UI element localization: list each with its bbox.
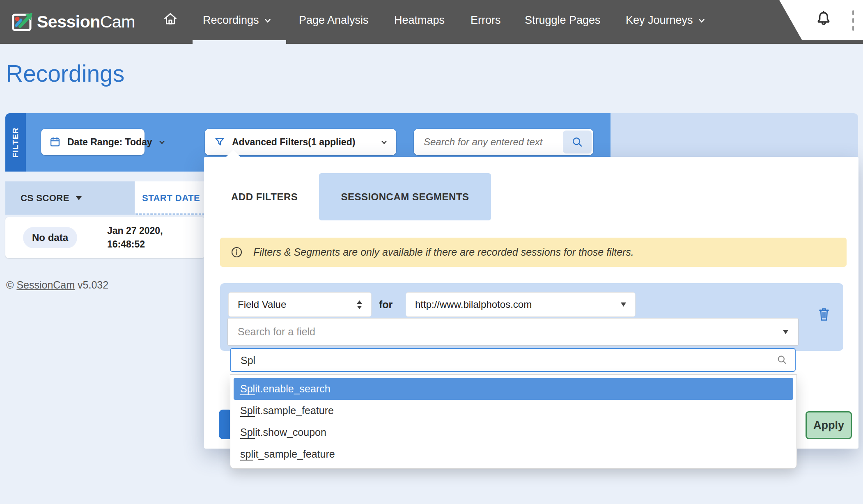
footer-copyright: © SessionCam v5.032 — [6, 279, 108, 291]
field-search-combobox[interactable]: Search for a field — [227, 318, 799, 346]
nav-item-heatmaps[interactable]: Heatmaps — [394, 0, 445, 41]
filter-bar-light-section — [611, 113, 858, 157]
start-date-cell: Jan 27 2020, 16:48:52 — [107, 224, 163, 251]
sessioncam-logo-icon — [11, 10, 34, 33]
text-search-group — [414, 129, 593, 155]
tab-sessioncam-segments[interactable]: SESSIONCAM SEGMENTS — [319, 173, 491, 220]
date-range-button[interactable]: Date Range: Today — [41, 129, 145, 155]
version-label: v5.032 — [78, 279, 108, 291]
search-input[interactable] — [416, 131, 563, 153]
for-label: for — [379, 292, 392, 317]
field-type-select[interactable]: Field Value — [228, 292, 372, 317]
field-option[interactable]: split_sample_feature — [234, 443, 793, 465]
nav-item-recordings[interactable]: Recordings — [203, 0, 271, 41]
calendar-icon — [49, 136, 61, 148]
sessioncam-app: SessionCam Recordings Page Analysis Heat… — [0, 0, 863, 504]
search-icon — [776, 354, 787, 365]
nav-item-page-analysis[interactable]: Page Analysis — [299, 0, 369, 41]
chevron-down-icon — [698, 18, 705, 23]
field-option[interactable]: Split.enable_search — [234, 378, 793, 400]
updown-icon — [357, 300, 362, 309]
site-select[interactable]: http://www.bilalphotos.com — [406, 292, 636, 317]
column-header-cs-score[interactable]: CS SCORE — [5, 181, 135, 215]
trash-icon[interactable] — [817, 306, 831, 322]
funnel-icon — [214, 136, 225, 148]
field-option[interactable]: Split.sample_feature — [234, 400, 793, 422]
sessioncam-link[interactable]: SessionCam — [16, 279, 75, 291]
search-button[interactable] — [563, 131, 592, 153]
panel-arrow-notch — [226, 150, 241, 157]
active-tab-indicator — [193, 40, 286, 44]
page-title: Recordings — [6, 60, 124, 87]
tab-add-filters[interactable]: ADD FILTERS — [231, 187, 298, 207]
nav-item-errors[interactable]: Errors — [471, 0, 501, 41]
field-options-list: Split.enable_search Split.sample_feature… — [230, 374, 797, 469]
caret-down-icon — [783, 330, 788, 334]
field-search-input-wrap — [230, 348, 796, 372]
apply-button[interactable]: Apply — [806, 411, 852, 439]
column-header-start-date[interactable]: START DATE — [135, 181, 205, 215]
cs-score-badge: No data — [23, 227, 77, 248]
nav-item-struggle-pages[interactable]: Struggle Pages — [525, 0, 601, 41]
caret-down-icon — [621, 302, 626, 307]
notifications-bell-icon[interactable] — [815, 10, 832, 28]
table-row[interactable]: No data Jan 27 2020, 16:48:52 — [5, 217, 205, 258]
chevron-down-icon — [159, 140, 165, 144]
kebab-menu-icon[interactable] — [852, 10, 854, 31]
chevron-down-icon — [264, 18, 271, 23]
filter-side-tab[interactable]: FILTER — [5, 113, 26, 172]
sort-desc-icon — [76, 196, 82, 200]
field-option[interactable]: Split.show_coupon — [234, 422, 793, 443]
nav-item-key-journeys[interactable]: Key Journeys — [626, 0, 705, 41]
search-icon — [571, 136, 583, 148]
home-icon[interactable] — [163, 11, 178, 27]
brand-text: SessionCam — [37, 12, 135, 32]
chevron-down-icon — [381, 140, 387, 144]
info-banner: Filters & Segments are only available if… — [220, 238, 847, 267]
info-icon — [231, 246, 243, 258]
header-dashed-divider — [135, 213, 205, 215]
field-search-input[interactable] — [240, 350, 767, 371]
sessioncam-logo[interactable]: SessionCam — [11, 5, 134, 38]
